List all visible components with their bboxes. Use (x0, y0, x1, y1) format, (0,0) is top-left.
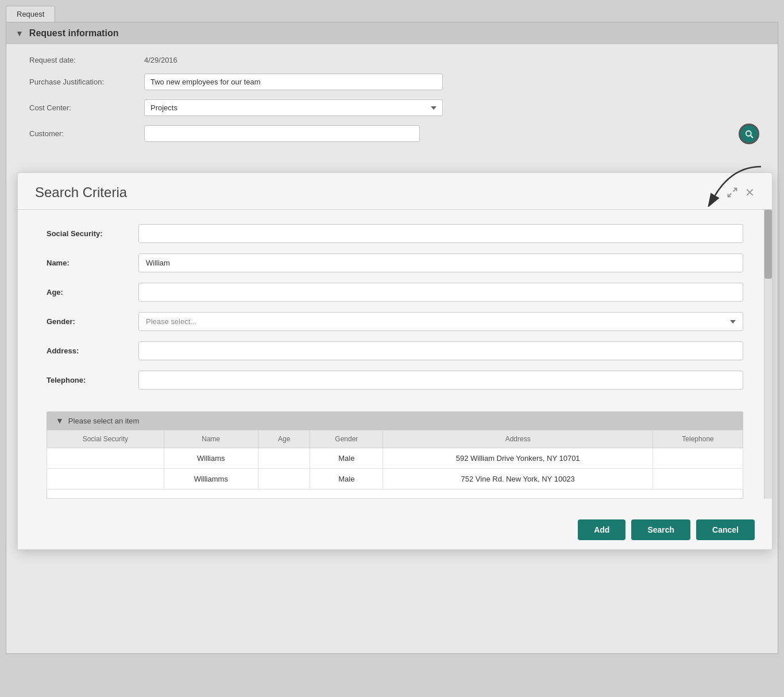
cancel-button[interactable]: Cancel (696, 519, 755, 540)
close-icon: ✕ (745, 186, 755, 199)
results-footer (47, 490, 743, 499)
social-security-row: Social Security: (47, 224, 743, 243)
telephone-row: Telephone: (47, 371, 743, 390)
telephone-label: Telephone: (47, 376, 138, 384)
results-header: ▼ Please select an item (47, 411, 743, 430)
customer-search-button[interactable] (739, 124, 759, 144)
svg-line-4 (728, 194, 732, 197)
cell-name: Williamms (164, 469, 258, 490)
cell-telephone (653, 469, 743, 490)
table-row[interactable]: Williams Male 592 William Drive Yonkers,… (47, 448, 743, 469)
expand-icon (727, 187, 738, 198)
request-date-value: 4/29/2016 (144, 56, 177, 64)
cell-address: 752 Vine Rd. New York, NY 10023 (383, 469, 653, 490)
col-gender: Gender (310, 430, 383, 448)
search-criteria-modal: Search Criteria ✕ (17, 172, 773, 550)
modal-body: Social Security: Name: Age: Gender: (18, 210, 772, 411)
col-social-security: Social Security (47, 430, 164, 448)
age-label: Age: (47, 288, 138, 296)
close-button[interactable]: ✕ (745, 186, 755, 199)
address-label: Address: (47, 346, 138, 355)
social-security-input[interactable] (138, 224, 743, 243)
modal-scroll-area: Social Security: Name: Age: Gender: (18, 210, 772, 499)
age-row: Age: (47, 283, 743, 302)
customer-row: Customer: (29, 125, 755, 142)
col-telephone: Telephone (653, 430, 743, 448)
social-security-label: Social Security: (47, 229, 138, 238)
table-row[interactable]: Williamms Male 752 Vine Rd. New York, NY… (47, 469, 743, 490)
request-date-label: Request date: (29, 56, 144, 64)
modal-scrollbar[interactable] (764, 210, 772, 499)
customer-label: Customer: (29, 129, 144, 138)
name-label: Name: (47, 259, 138, 267)
purchase-justification-label: Purchase Justification: (29, 78, 144, 86)
cell-name: Williams (164, 448, 258, 469)
results-section: ▼ Please select an item Social Security … (47, 411, 743, 499)
svg-line-3 (733, 188, 737, 192)
scrollbar-thumb[interactable] (764, 210, 772, 279)
modal-title: Search Criteria (35, 184, 127, 201)
table-header-row: Social Security Name Age Gender Address … (47, 430, 743, 448)
request-tab[interactable]: Request (6, 6, 55, 22)
gender-select[interactable]: Please select... Male Female (138, 312, 743, 331)
cell-social-security (47, 448, 164, 469)
purchase-justification-input[interactable] (144, 74, 443, 90)
gender-row: Gender: Please select... Male Female (47, 312, 743, 331)
svg-point-0 (746, 130, 751, 136)
modal-footer: Add Search Cancel (18, 510, 772, 549)
cell-social-security (47, 469, 164, 490)
section-title: Request information (29, 28, 119, 38)
cell-age (258, 469, 310, 490)
results-header-title: Please select an item (68, 417, 140, 425)
cost-center-label: Cost Center: (29, 103, 144, 112)
col-name: Name (164, 430, 258, 448)
cell-age (258, 448, 310, 469)
name-input[interactable] (138, 253, 743, 272)
address-row: Address: (47, 341, 743, 360)
cost-center-select[interactable]: Projects (144, 99, 443, 116)
name-row: Name: (47, 253, 743, 272)
purchase-justification-row: Purchase Justification: (29, 74, 755, 90)
modal-header-icons: ✕ (727, 186, 755, 199)
search-button[interactable]: Search (631, 519, 690, 540)
telephone-input[interactable] (138, 371, 743, 390)
modal-header: Search Criteria ✕ (18, 173, 772, 210)
cell-gender: Male (310, 469, 383, 490)
col-age: Age (258, 430, 310, 448)
section-header: ▼ Request information (6, 22, 778, 44)
cell-telephone (653, 448, 743, 469)
add-button[interactable]: Add (578, 519, 625, 540)
results-table: Social Security Name Age Gender Address … (47, 430, 743, 490)
gender-label: Gender: (47, 317, 138, 326)
address-input[interactable] (138, 341, 743, 360)
cell-address: 592 William Drive Yonkers, NY 10701 (383, 448, 653, 469)
age-input[interactable] (138, 283, 743, 302)
expand-button[interactable] (727, 187, 738, 198)
customer-input[interactable] (144, 125, 420, 142)
chevron-down-icon: ▼ (16, 29, 24, 38)
request-date-row: Request date: 4/29/2016 (29, 56, 755, 64)
cell-gender: Male (310, 448, 383, 469)
svg-line-1 (751, 136, 753, 138)
results-chevron-icon: ▼ (56, 416, 64, 425)
search-icon (744, 129, 754, 139)
col-address: Address (383, 430, 653, 448)
cost-center-row: Cost Center: Projects (29, 99, 755, 116)
